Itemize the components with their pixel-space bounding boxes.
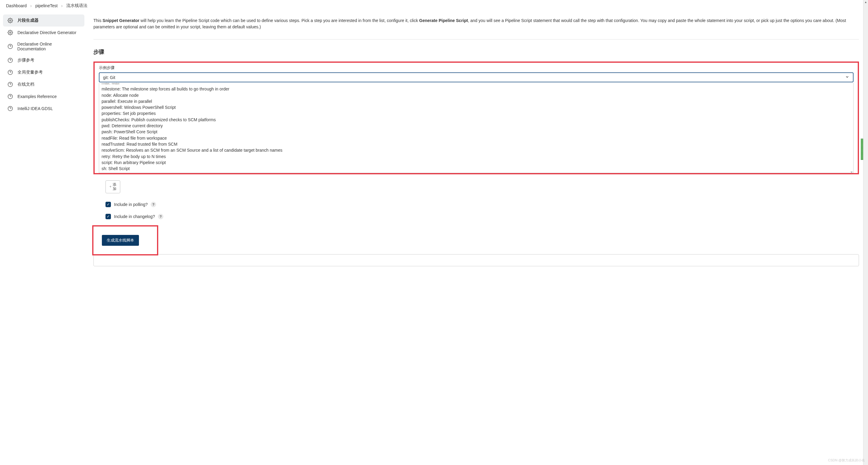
sidebar-item-step-ref[interactable]: 步骤参考: [3, 54, 84, 66]
help-icon: [7, 81, 13, 87]
page-scrollbar[interactable]: ▲: [863, 0, 868, 278]
include-polling-row: ✓ Include in polling? ?: [93, 202, 859, 207]
select-value: git: Git: [103, 75, 115, 80]
intro-text: This Snippet Generator will help you lea…: [93, 18, 859, 30]
dropdown-option[interactable]: pwsh: PowerShell Core Script: [99, 129, 853, 135]
breadcrumb-item[interactable]: pipelineTest: [35, 3, 58, 8]
sidebar: 片段生成器 Declarative Directive Generator De…: [0, 11, 87, 278]
gear-icon: [7, 30, 13, 36]
help-icon[interactable]: ?: [158, 214, 163, 219]
sidebar-item-label: 在线文档: [18, 82, 34, 87]
dropdown-option[interactable]: publishChecks: Publish customized checks…: [99, 117, 853, 123]
sidebar-item-directive-generator[interactable]: Declarative Directive Generator: [3, 27, 84, 38]
breadcrumb-item[interactable]: Dashboard: [6, 3, 27, 8]
sidebar-item-label: Declarative Directive Generator: [18, 30, 76, 35]
chevron-down-icon: ⌄: [849, 169, 854, 173]
dropdown-option[interactable]: mail: Mail: [99, 83, 853, 86]
dropdown-option[interactable]: readTrusted: Read trusted file from SCM: [99, 141, 853, 147]
dropdown-option[interactable]: readFile: Read file from workspace: [99, 135, 853, 141]
sidebar-item-label: 片段生成器: [18, 18, 38, 23]
dropdown-scroll[interactable]: mail: Mailmilestone: The milestone step …: [99, 83, 853, 173]
dropdown-option[interactable]: node: Allocate node: [99, 92, 853, 98]
gear-icon: [7, 18, 13, 24]
edge-overlay-icon: [861, 139, 863, 160]
help-icon[interactable]: ?: [151, 202, 156, 207]
sidebar-item-examples[interactable]: Examples Reference: [3, 90, 84, 103]
main-content: This Snippet Generator will help you lea…: [87, 11, 868, 278]
svg-point-0: [10, 20, 11, 21]
sidebar-item-snippet-generator[interactable]: 片段生成器: [3, 14, 84, 27]
sidebar-item-label: IntelliJ IDEA GDSL: [18, 106, 53, 111]
svg-point-1: [10, 32, 11, 33]
sidebar-item-label: 全局变量参考: [18, 70, 43, 75]
script-output[interactable]: [93, 254, 859, 266]
sidebar-item-label: Declarative Online Documentation: [18, 41, 80, 51]
help-icon: [7, 43, 13, 50]
breadcrumb-item[interactable]: 流水线语法: [66, 3, 87, 8]
dropdown-option[interactable]: parallel: Execute in parallel: [99, 98, 853, 104]
dropdown-option[interactable]: properties: Set job properties: [99, 110, 853, 116]
sidebar-item-online-doc[interactable]: 在线文档: [3, 79, 84, 90]
sample-step-dropdown: mail: Mailmilestone: The milestone step …: [99, 83, 854, 173]
dropdown-option[interactable]: sh: Shell Script: [99, 166, 853, 172]
dropdown-option[interactable]: retry: Retry the body up to N times: [99, 153, 853, 159]
sidebar-item-label: Examples Reference: [18, 94, 57, 99]
plus-icon: +: [110, 184, 112, 189]
scroll-up-icon: ▲: [864, 1, 868, 4]
highlighted-region-2: 生成流水线脚本: [92, 225, 158, 255]
sample-step-select[interactable]: git: Git: [99, 72, 854, 82]
chevron-right-icon: ›: [30, 3, 32, 8]
help-icon: [7, 106, 13, 112]
section-title-steps: 步骤: [93, 45, 859, 56]
checkbox-label: Include in polling?: [114, 202, 148, 207]
sidebar-item-online-docs[interactable]: Declarative Online Documentation: [3, 38, 84, 54]
sidebar-item-label: 步骤参考: [18, 58, 34, 63]
checkbox-checked-icon[interactable]: ✓: [105, 214, 111, 219]
sidebar-item-intellij[interactable]: IntelliJ IDEA GDSL: [3, 103, 84, 115]
dropdown-option[interactable]: resolveScm: Resolves an SCM from an SCM …: [99, 147, 853, 153]
generate-pipeline-script-button[interactable]: 生成流水线脚本: [102, 235, 139, 246]
help-icon: [7, 57, 13, 63]
dropdown-option[interactable]: pwd: Determine current directory: [99, 123, 853, 129]
dropdown-option[interactable]: script: Run arbitrary Pipeline script: [99, 159, 853, 166]
chevron-down-icon: [845, 75, 849, 80]
dropdown-option[interactable]: sleep: Sleep: [99, 172, 853, 173]
help-icon: [7, 69, 13, 76]
sidebar-item-global-vars[interactable]: 全局变量参考: [3, 66, 84, 79]
dropdown-option[interactable]: powershell: Windows PowerShell Script: [99, 104, 853, 110]
include-changelog-row: ✓ Include in changelog? ?: [93, 214, 859, 219]
checkbox-checked-icon[interactable]: ✓: [105, 202, 111, 207]
sample-step-label: 示例步骤: [99, 65, 854, 70]
breadcrumb: Dashboard › pipelineTest › 流水线语法: [0, 0, 868, 11]
add-button[interactable]: + 添 加: [105, 180, 120, 193]
checkbox-label: Include in changelog?: [114, 214, 155, 219]
dropdown-option[interactable]: milestone: The milestone step forces all…: [99, 86, 853, 92]
help-icon: [7, 93, 13, 99]
chevron-right-icon: ›: [61, 3, 63, 8]
highlighted-region-1: 示例步骤 git: Git mail: Mailmilestone: The m…: [93, 61, 859, 174]
